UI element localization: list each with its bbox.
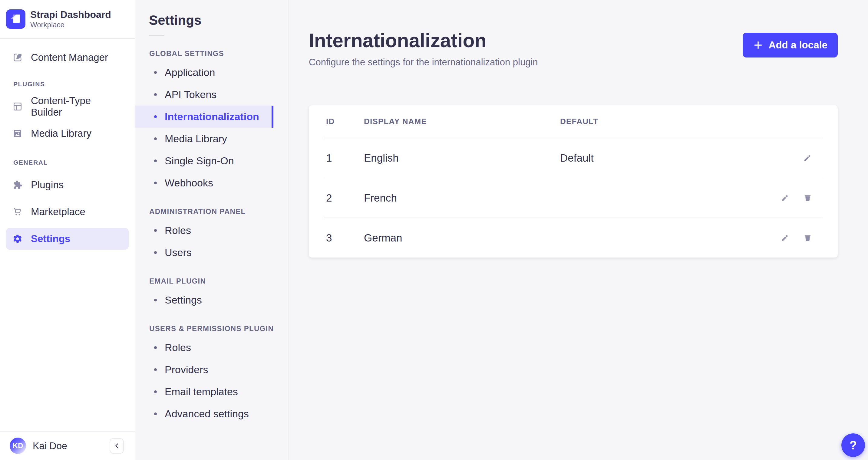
- help-button[interactable]: ?: [841, 433, 865, 457]
- question-mark-icon: ?: [849, 438, 857, 452]
- sidebar-nav: Content Manager PLUGINS Content-Type Bui…: [0, 39, 135, 431]
- sidebar-collapse-button[interactable]: [110, 438, 124, 454]
- pencil-icon: [803, 153, 812, 163]
- subnav-item-email-settings[interactable]: Settings: [135, 289, 273, 311]
- add-locale-button[interactable]: Add a locale: [743, 33, 838, 58]
- subnav-item-label: Roles: [165, 225, 191, 236]
- subnav-item-label: Settings: [165, 294, 202, 306]
- subnav-section-email-plugin: EMAIL PLUGIN: [149, 277, 288, 285]
- subnav-item-webhooks[interactable]: Webhooks: [135, 172, 273, 194]
- pencil-icon: [780, 193, 790, 202]
- workspace-header[interactable]: Strapi Dashboard Workplace: [0, 0, 135, 39]
- subnav-title: Settings: [149, 13, 288, 28]
- subnav-item-api-tokens[interactable]: API Tokens: [135, 84, 273, 106]
- subnav-section-global-settings: GLOBAL SETTINGS: [149, 49, 288, 58]
- subnav-item-admin-users[interactable]: Users: [135, 241, 273, 264]
- bullet-icon: [154, 137, 157, 140]
- main-sidebar: Strapi Dashboard Workplace Content Manag…: [0, 0, 135, 460]
- subnav-item-email-templates[interactable]: Email templates: [135, 381, 273, 403]
- sidebar-item-plugins[interactable]: Plugins: [6, 174, 129, 196]
- edit-locale-button[interactable]: [778, 231, 792, 244]
- bullet-icon: [154, 368, 157, 371]
- cell-display-name: French: [364, 192, 560, 204]
- column-header-id: ID: [309, 117, 364, 126]
- sidebar-item-content-manager[interactable]: Content Manager: [6, 46, 129, 68]
- delete-locale-button[interactable]: [801, 231, 814, 244]
- sidebar-item-label: Content-Type Builder: [31, 95, 122, 118]
- cell-default: Default: [560, 152, 801, 164]
- pencil-icon: [780, 233, 790, 242]
- subnav-item-label: Users: [165, 247, 192, 258]
- sidebar-footer: KD Kai Doe: [0, 431, 135, 460]
- trash-icon: [803, 233, 812, 242]
- subnav-item-application[interactable]: Application: [135, 61, 273, 84]
- subnav-item-label: Media Library: [165, 133, 227, 145]
- trash-icon: [803, 193, 812, 202]
- subnav-item-label: Internationalization: [165, 111, 259, 123]
- table-row-english[interactable]: 1 English Default: [309, 138, 838, 178]
- user-name: Kai Doe: [33, 440, 67, 452]
- bullet-icon: [154, 229, 157, 232]
- strapi-dashboard-app: Strapi Dashboard Workplace Content Manag…: [0, 0, 868, 460]
- page-title: Internationalization: [309, 30, 538, 52]
- plus-icon: [753, 40, 763, 50]
- sidebar-item-settings[interactable]: Settings: [6, 228, 129, 250]
- content-type-builder-icon: [13, 102, 22, 111]
- sidebar-item-marketplace[interactable]: Marketplace: [6, 201, 129, 223]
- cell-display-name: English: [364, 152, 560, 164]
- bullet-icon: [154, 93, 157, 96]
- subnav-item-advanced-settings[interactable]: Advanced settings: [135, 403, 273, 425]
- bullet-icon: [154, 390, 157, 393]
- media-library-icon: [13, 129, 22, 138]
- settings-gear-icon: [13, 234, 22, 243]
- subnav-section-administration-panel: ADMINISTRATION PANEL: [149, 207, 288, 216]
- plugins-icon: [13, 180, 22, 190]
- table-row-german[interactable]: 3 German: [309, 218, 838, 258]
- subnav-item-label: API Tokens: [165, 89, 216, 100]
- row-actions: [778, 191, 838, 205]
- bullet-icon: [154, 346, 157, 349]
- main-content: Internationalization Configure the setti…: [288, 0, 868, 460]
- subnav-item-single-sign-on[interactable]: Single Sign-On: [135, 150, 273, 172]
- workspace-titles: Strapi Dashboard Workplace: [30, 10, 111, 29]
- bullet-icon: [154, 299, 157, 301]
- subnav-item-label: Providers: [165, 364, 208, 375]
- subnav-item-media-library[interactable]: Media Library: [135, 128, 273, 150]
- avatar[interactable]: KD: [10, 437, 26, 454]
- column-header-display-name: DISPLAY NAME: [364, 117, 560, 126]
- subnav-item-label: Single Sign-On: [165, 155, 234, 167]
- row-actions: [801, 151, 838, 165]
- content-manager-icon: [13, 53, 22, 62]
- subnav-item-label: Advanced settings: [165, 408, 249, 420]
- strapi-logo-icon: [6, 9, 25, 29]
- table-row-french[interactable]: 2 French: [309, 178, 838, 218]
- subnav-item-admin-roles[interactable]: Roles: [135, 220, 273, 241]
- sidebar-item-label: Media Library: [31, 128, 91, 139]
- sidebar-item-content-type-builder[interactable]: Content-Type Builder: [6, 96, 129, 118]
- bullet-icon: [154, 71, 157, 74]
- page-subtitle: Configure the settings for the internati…: [309, 57, 538, 68]
- bullet-icon: [154, 251, 157, 254]
- edit-locale-button[interactable]: [801, 151, 814, 165]
- sidebar-section-plugins: PLUGINS: [6, 80, 129, 88]
- page-header: Internationalization Configure the setti…: [309, 0, 838, 68]
- sidebar-item-label: Marketplace: [31, 206, 85, 218]
- bullet-icon: [154, 182, 157, 184]
- table-header-row: ID DISPLAY NAME DEFAULT: [309, 105, 838, 138]
- bullet-icon: [154, 160, 157, 162]
- subnav-item-internationalization[interactable]: Internationalization: [135, 106, 273, 128]
- sidebar-item-label: Plugins: [31, 179, 64, 191]
- delete-locale-button[interactable]: [801, 191, 814, 205]
- locales-table: ID DISPLAY NAME DEFAULT 1 English Defaul…: [309, 105, 838, 258]
- add-locale-button-label: Add a locale: [769, 39, 828, 51]
- workspace-name: Workplace: [30, 21, 111, 28]
- subnav-item-providers[interactable]: Providers: [135, 359, 273, 381]
- settings-subnav: Settings GLOBAL SETTINGS Application API…: [135, 0, 288, 460]
- cell-id: 2: [309, 192, 364, 204]
- subnav-item-up-roles[interactable]: Roles: [135, 336, 273, 359]
- sidebar-item-media-library[interactable]: Media Library: [6, 123, 129, 144]
- row-actions: [778, 231, 838, 244]
- cell-display-name: German: [364, 232, 560, 244]
- edit-locale-button[interactable]: [778, 191, 792, 205]
- app-title: Strapi Dashboard: [30, 10, 111, 20]
